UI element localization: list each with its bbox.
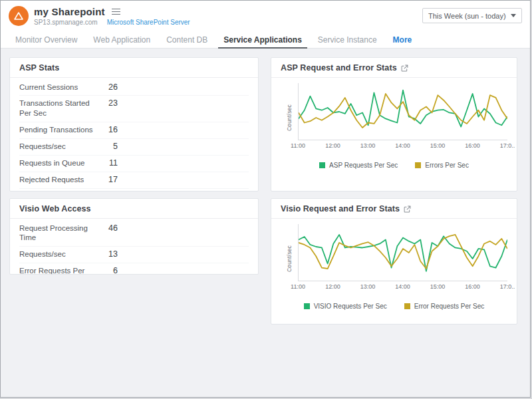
x-tick-label: 16:00 [465,142,480,149]
legend-swatch-icon [304,303,310,309]
open-in-new-icon[interactable] [404,205,411,213]
visio-chart-legend: VISIO Requests Per SecError Requests Per… [281,293,507,317]
legend-item[interactable]: VISIO Requests Per Sec [304,303,387,310]
visio-chart-xticks: 11:0012:0013:0014:0015:0016:0017:0.. [298,283,507,293]
stat-row: Requests/sec5 [19,139,249,156]
main-content: ASP Stats Current Sessions26Transactions… [1,49,530,325]
x-tick-label: 11:00 [291,142,305,149]
visio-chart-plot[interactable] [298,224,507,281]
stat-label: Transactions Started Per Sec [19,98,98,118]
asp-chart-legend: ASP Requests Per SecErrors Per Sec [281,152,507,176]
stat-row: Pending Transactions16 [19,122,249,139]
caret-down-icon [511,14,516,17]
x-tick-label: 13:00 [360,142,376,149]
warning-triangle-icon [13,11,24,21]
stat-label: Requests in Queue [19,158,98,168]
stat-value: 46 [98,223,118,233]
stat-row: Requests in Queue11 [19,156,249,172]
x-tick-label: 15:00 [430,283,446,290]
asp-chart-panel: ASP Request and Error Stats Count/sec 11… [271,57,517,192]
open-in-new-icon[interactable] [401,65,408,72]
stat-row: Requests/sec13 [19,247,249,263]
stat-label: Pending Transactions [19,125,98,135]
asp-chart: Count/sec 11:0012:0013:0014:0015:0016:00… [271,78,517,178]
asp-stats-panel: ASP Stats Current Sessions26Transactions… [9,57,259,192]
legend-label: ASP Requests Per Sec [329,162,398,169]
title-block: my Sharepoint SP13.spmanage.com Microsof… [34,6,190,26]
stat-row: Rejected Requests17 [19,172,249,189]
stat-label: Rejected Requests [19,175,98,185]
stat-label: Current Sessions [19,82,98,92]
server-type-link[interactable]: Microsoft SharePoint Server [107,19,190,26]
legend-swatch-icon [404,303,410,309]
legend-item[interactable]: Errors Per Sec [415,162,469,169]
visio-access-rows: Request Processing Time46Requests/sec13E… [10,219,258,275]
tab-service-instance[interactable]: Service Instance [310,31,385,48]
stat-value: 26 [98,82,118,92]
stats-column: ASP Stats Current Sessions26Transactions… [9,57,259,325]
x-tick-label: 13:00 [360,283,376,290]
stat-label: Requests/sec [19,142,98,152]
tab-service-applications[interactable]: Service Applications [215,31,310,48]
x-tick-label: 14:00 [395,283,410,290]
asp-chart-title: ASP Request and Error Stats [281,63,397,72]
asp-chart-ylabel: Count/sec [286,104,293,131]
visio-chart-panel: Visio Request and Error Stats Count/sec … [271,198,517,325]
stat-value: 17 [98,175,118,184]
x-tick-label: 12:00 [325,283,340,290]
monitor-status-badge [9,6,29,26]
visio-chart: Count/sec 11:0012:0013:0014:0015:0016:00… [271,219,517,319]
dashboard-root: my Sharepoint SP13.spmanage.com Microsof… [0,0,531,398]
stat-label: Error Requests Per Sec [19,266,98,275]
asp-chart-plot[interactable] [298,83,507,140]
stat-value: 11 [98,158,118,168]
asp-stats-rows: Current Sessions26Transactions Started P… [10,78,258,192]
monitor-host: SP13.spmanage.com [34,19,98,26]
tab-more[interactable]: More [385,31,420,48]
stat-row: Transactions Started Per Sec23 [19,96,249,122]
stat-value: 23 [98,98,118,108]
asp-chart-xticks: 11:0012:0013:0014:0015:0016:0017:0.. [298,142,507,152]
x-tick-label: 15:00 [430,142,446,149]
legend-label: VISIO Requests Per Sec [314,303,387,310]
asp-stats-title: ASP Stats [19,63,59,72]
legend-swatch-icon [415,162,421,168]
tab-monitor-overview[interactable]: Monitor Overview [7,31,85,48]
stat-value: 5 [98,142,118,151]
stat-value: 13 [98,249,118,259]
visio-chart-title: Visio Request and Error Stats [281,204,400,213]
legend-swatch-icon [319,162,325,168]
legend-item[interactable]: ASP Requests Per Sec [319,162,398,169]
tab-content-db[interactable]: Content DB [158,31,215,48]
x-tick-label: 11:00 [291,283,305,290]
stat-row: Current Sessions26 [19,79,249,96]
legend-item[interactable]: Error Requests Per Sec [404,303,485,310]
page-title: my Sharepoint [34,6,105,17]
charts-column: ASP Request and Error Stats Count/sec 11… [271,57,517,325]
x-tick-label: 17:0.. [500,142,515,149]
visio-access-panel: Visio Web Access Request Processing Time… [9,198,259,275]
visio-chart-ylabel: Count/sec [286,245,293,272]
tab-bar: Monitor OverviewWeb ApplicationContent D… [1,31,530,49]
visio-access-title: Visio Web Access [19,204,91,213]
stat-label: Requests/sec [19,249,98,259]
hamburger-menu-icon[interactable] [110,7,122,17]
time-range-select[interactable]: This Week (sun - today) [422,8,522,23]
header: my Sharepoint SP13.spmanage.com Microsof… [1,1,530,31]
time-range-value: This Week (sun - today) [428,12,506,20]
stat-row: Request Processing Time46 [19,220,249,247]
x-tick-label: 14:00 [395,142,410,149]
x-tick-label: 17:0.. [500,283,515,290]
stat-row: Errors Per Sec3 [19,189,249,192]
legend-label: Error Requests Per Sec [414,303,485,310]
tab-web-application[interactable]: Web Application [85,31,158,48]
stat-value: 16 [98,125,118,134]
x-tick-label: 16:00 [465,283,480,290]
stat-label: Request Processing Time [19,223,98,243]
stat-row: Error Requests Per Sec6 [19,263,249,275]
x-tick-label: 12:00 [325,142,340,149]
stat-value: 6 [98,266,118,275]
legend-label: Errors Per Sec [425,162,469,169]
